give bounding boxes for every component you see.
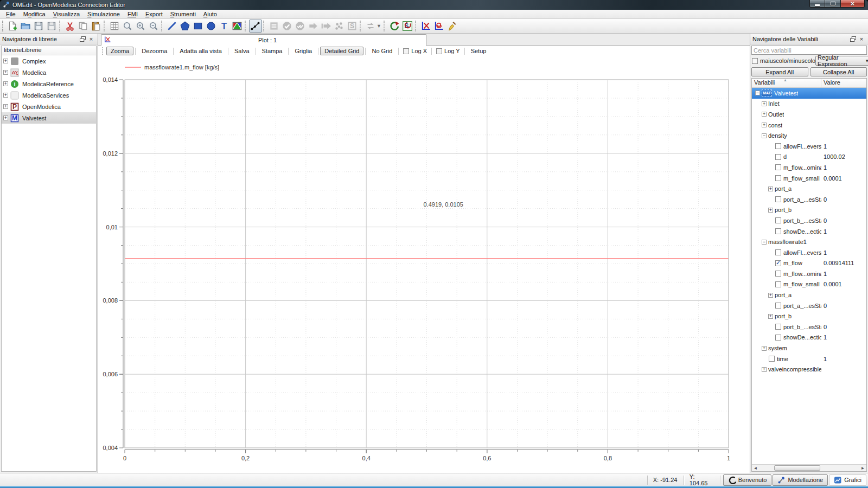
variable-checkbox[interactable] [775,228,781,234]
menu-file[interactable]: File [2,10,20,18]
new-model-icon[interactable] [6,20,19,33]
menu-modifica[interactable]: Modifica [20,10,49,18]
library-item-modelica[interactable]: +Modelica [2,67,96,78]
instantiate-all-icon[interactable] [333,20,346,33]
plot-no-grid-button[interactable]: No Grid [367,47,397,55]
re-simulate-setup-icon[interactable]: S [401,20,414,33]
variable-checkbox[interactable] [775,249,781,255]
bitmap-shape-icon[interactable] [231,20,244,33]
scroll-left-icon[interactable]: ◄ [752,465,759,471]
expand-icon[interactable]: + [3,70,8,75]
filter-syntax-dropdown[interactable]: Regular Expression ▼ [815,56,868,66]
grid-icon[interactable] [108,20,121,33]
variable-row-m-flow[interactable]: ✓m_flow0.00914111 [752,258,866,269]
line-shape-icon[interactable] [165,20,178,33]
variable-row-showde-ection[interactable]: showDe...ection1 [752,226,866,237]
variable-row-valvetest[interactable]: −MATValvetest [752,88,866,99]
variable-checkbox[interactable] [775,154,781,160]
variable-row-m-flow-small[interactable]: m_flow_small0.0001 [752,173,866,184]
expand-icon[interactable]: + [768,314,773,319]
new-plot-window-icon[interactable] [419,20,432,33]
variable-checkbox[interactable]: ✓ [775,260,781,266]
export-fmu-icon[interactable] [320,20,333,33]
open-file-icon[interactable] [19,20,32,33]
variable-row-outlet[interactable]: +Outlet [752,109,866,120]
new-parametric-plot-icon[interactable] [432,20,445,33]
variable-checkbox[interactable] [775,281,781,287]
variable-row-showde-ection[interactable]: showDe...ection1 [752,332,866,343]
zoom-out-icon[interactable] [147,20,160,33]
variable-row-d[interactable]: d1000.02 [752,152,866,163]
close-button[interactable]: × [840,0,865,8]
variable-row-const[interactable]: +const [752,120,866,131]
chevron-down-icon[interactable]: ▼ [376,23,381,29]
variable-row-port-a-esstate[interactable]: port_a_...esState0 [752,194,866,205]
variable-checkbox[interactable] [775,324,781,330]
check-all-models-icon[interactable] [293,20,307,33]
expand-icon[interactable]: + [3,93,8,98]
menu-fmi[interactable]: FMI [124,10,142,18]
variable-row-m-flow-ominal[interactable]: m_flow...ominal1 [752,268,866,279]
scrollbar-thumb[interactable] [774,465,820,471]
save-as-icon[interactable] [45,20,58,33]
plot-stampa-button[interactable]: Stampa [258,47,287,55]
expand-icon[interactable]: + [762,367,767,372]
variable-checkbox[interactable] [769,356,775,362]
expand-icon[interactable]: + [762,101,767,106]
variable-checkbox[interactable] [775,143,781,149]
plot-griglia-button[interactable]: Griglia [290,47,316,55]
collapse-icon[interactable]: − [762,240,767,245]
variable-row-allowfl-eversal[interactable]: allowFl...eversal1 [752,247,866,258]
column-valore[interactable]: Valore [821,79,866,87]
re-simulate-icon[interactable] [388,20,401,33]
library-item-openmodelica[interactable]: +POpenModelica [2,101,96,112]
minimize-button[interactable] [809,0,825,8]
menu-aiuto[interactable]: Aiuto [200,10,221,18]
variable-row-density[interactable]: −density [752,130,866,141]
scrollbar-track[interactable] [759,465,859,471]
variable-row-massflowrate1[interactable]: −massflowrate1 [752,236,866,247]
restore-button[interactable] [825,0,840,8]
variable-row-port-b[interactable]: +port_b [752,205,866,216]
expand-icon[interactable]: + [762,346,767,351]
variable-row-inlet[interactable]: +Inlet [752,99,866,110]
variable-row-m-flow-ominal[interactable]: m_flow...ominal1 [752,162,866,173]
variable-checkbox[interactable] [775,175,781,181]
rectangle-shape-icon[interactable] [192,20,205,33]
polygon-shape-icon[interactable] [178,20,192,33]
plot-tab[interactable]: Plot : 1 [101,34,426,46]
connect-mode-icon[interactable] [249,20,262,33]
scroll-right-icon[interactable]: ► [859,465,866,471]
benvenuto-perspective-button[interactable]: Benvenuto [723,474,772,486]
save-icon[interactable] [32,20,45,33]
search-variables-input[interactable] [751,46,867,55]
zoom-in-icon[interactable] [134,20,147,33]
copy-icon[interactable] [76,20,90,33]
expand-icon[interactable]: + [3,81,8,86]
plot-salva-button[interactable]: Salva [230,47,254,55]
variable-checkbox[interactable] [775,303,781,309]
menu-strumenti[interactable]: Strumenti [167,10,200,18]
library-item-valvetest[interactable]: +MValvetest [2,112,96,124]
case-sensitive-checkbox[interactable] [752,58,758,64]
variable-row-system[interactable]: +system [752,343,866,354]
variable-row-port-a-esstate[interactable]: port_a_...esState0 [752,300,866,311]
collapse-icon[interactable]: − [755,91,760,95]
plot-setup-button[interactable]: Setup [467,47,491,55]
expand-icon[interactable]: + [3,104,8,109]
variable-checkbox[interactable] [775,164,781,170]
variable-row-port-b[interactable]: +port_b [752,311,866,322]
cut-icon[interactable] [63,20,76,33]
variable-row-valveincompressible1[interactable]: +valveincompressible1 [752,364,866,375]
simulate-icon[interactable]: S [346,20,359,33]
expand-icon[interactable]: + [768,208,773,213]
variable-row-port-a[interactable]: +port_a [752,183,866,194]
plot-adatta-alla-vista-button[interactable]: Adatta alla vista [175,47,226,55]
variables-tree-header[interactable]: ▲ Variabili Valore [752,79,866,88]
plot-detailed-grid-button[interactable]: Detailed Grid [320,47,363,55]
expand-icon[interactable]: + [3,115,8,120]
library-item-modelicaservices[interactable]: +ModelicaServices [2,89,96,101]
plot-log-x-checkbox[interactable]: Log X [400,48,430,54]
plot-log-y-checkbox[interactable]: Log Y [433,48,463,54]
library-item-complex[interactable]: +Complex [2,55,96,67]
